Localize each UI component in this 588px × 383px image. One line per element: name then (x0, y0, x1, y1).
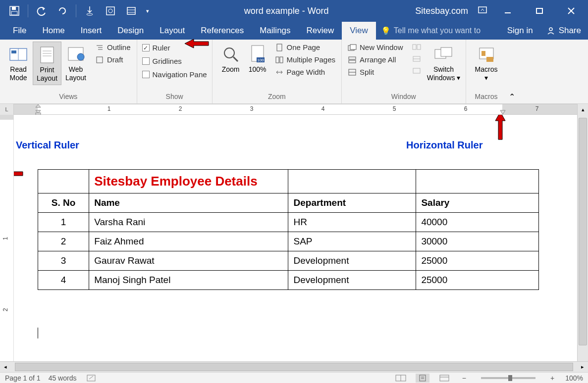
window-title: word example - Word (158, 6, 415, 16)
tab-mailings[interactable]: Mailings (252, 22, 298, 40)
macros-icon (477, 44, 496, 65)
svg-rect-17 (11, 50, 16, 53)
switch-windows-button[interactable]: Switch Windows ▾ (426, 42, 462, 84)
bulb-icon: 💡 (381, 26, 391, 36)
scroll-left-button[interactable]: ◂ (0, 362, 11, 372)
close-button[interactable] (560, 0, 582, 22)
touch-mode-button[interactable] (80, 0, 99, 22)
tab-home[interactable]: Home (34, 22, 72, 40)
zoom-button[interactable]: Zoom (216, 42, 245, 76)
zoom-out-button[interactable]: − (459, 374, 469, 382)
redo-button[interactable] (53, 0, 72, 22)
svg-rect-6 (127, 7, 135, 14)
multiple-pages-button[interactable]: Multiple Pages (273, 54, 337, 65)
tab-view[interactable]: View (342, 22, 376, 40)
horizontal-ruler-row: L 1 2 3 4 5 6 7 ▴ (0, 104, 588, 115)
gridlines-checkbox[interactable]: Gridlines (141, 55, 208, 67)
svg-rect-44 (417, 45, 421, 49)
web-layout-view-button[interactable] (437, 374, 451, 383)
svg-rect-43 (413, 45, 416, 49)
side-by-side-button[interactable] (410, 42, 423, 52)
svg-rect-62 (420, 375, 426, 381)
scrollbar-thumb[interactable] (579, 118, 587, 345)
table-header-dept: Department (288, 193, 416, 213)
read-mode-view-button[interactable] (394, 374, 408, 383)
indent-marker-left-icon[interactable] (35, 103, 42, 115)
draft-button[interactable]: Draft (93, 54, 133, 65)
status-page[interactable]: Page 1 of 1 (5, 374, 41, 382)
tab-review[interactable]: Review (299, 22, 342, 40)
sign-in-button[interactable]: Sign in (501, 22, 539, 40)
qat-customize-button[interactable]: ▾ (143, 0, 153, 22)
macros-button[interactable]: Macros▾ (470, 42, 503, 84)
print-layout-button[interactable]: Print Layout (33, 42, 61, 85)
annotation-vertical-ruler: Vertical Ruler (16, 140, 79, 151)
qat-button-2[interactable] (122, 0, 141, 22)
zoom-icon (221, 44, 241, 65)
tab-layout[interactable]: Layout (152, 22, 193, 40)
svg-rect-18 (41, 47, 53, 63)
split-icon (348, 68, 357, 76)
svg-rect-4 (107, 7, 114, 15)
horizontal-ruler[interactable]: 1 2 3 4 5 6 7 (14, 104, 577, 115)
tab-selector[interactable]: L (0, 104, 14, 115)
multi-page-icon (275, 56, 284, 64)
zoom-100-button[interactable]: 100100% (245, 42, 270, 76)
new-window-button[interactable]: New Window (346, 42, 405, 53)
table-row: 3Gaurav RawatDevelopment25000 (38, 251, 539, 271)
page-width-icon (275, 68, 284, 76)
spelling-icon[interactable] (84, 374, 98, 383)
draft-icon (95, 56, 104, 64)
share-icon (546, 26, 556, 35)
table-row: S. No Name Department Salary (38, 193, 539, 213)
tell-me-search[interactable]: 💡Tell me what you want to (376, 22, 501, 40)
qat-button-1[interactable] (101, 0, 120, 22)
zoom-in-button[interactable]: + (547, 374, 557, 382)
checkbox-checked-icon: ✓ (142, 44, 150, 51)
new-window-icon (348, 44, 357, 51)
outline-button[interactable]: Outline (93, 42, 133, 53)
page-width-button[interactable]: Page Width (273, 66, 337, 78)
collapse-ribbon-button[interactable]: ⌃ (507, 40, 518, 103)
vertical-scrollbar[interactable] (577, 115, 588, 361)
web-layout-button[interactable]: Web Layout (61, 42, 90, 84)
status-words[interactable]: 45 words (49, 374, 77, 382)
scrollbar-thumb[interactable] (15, 363, 573, 371)
undo-button[interactable] (32, 0, 51, 22)
maximize-button[interactable] (529, 0, 550, 22)
vertical-ruler[interactable]: 1 2 (0, 115, 14, 361)
zoom-level[interactable]: 100% (565, 374, 583, 382)
ribbon-display-icon[interactable] (478, 6, 487, 15)
zoom-slider[interactable] (481, 377, 535, 379)
one-page-icon (275, 44, 284, 51)
save-button[interactable] (5, 0, 24, 22)
scroll-right-button[interactable]: ▸ (577, 362, 588, 372)
navigation-pane-checkbox[interactable]: Navigation Pane (141, 68, 208, 81)
read-mode-button[interactable]: Read Mode (4, 42, 33, 84)
annotation-horizontal-ruler: Horizontal Ruler (406, 140, 482, 151)
one-page-button[interactable]: One Page (273, 42, 337, 53)
share-button[interactable]: Share (539, 22, 588, 40)
minimize-button[interactable] (497, 0, 519, 22)
table-row: 2Faiz AhmedSAP30000 (38, 232, 539, 251)
horizontal-scrollbar[interactable]: ◂ ▸ (0, 361, 588, 372)
reset-window-button[interactable] (410, 65, 423, 76)
tab-design[interactable]: Design (109, 22, 152, 40)
svg-marker-28 (185, 39, 209, 48)
svg-rect-52 (486, 57, 493, 62)
arrange-all-button[interactable]: Arrange All (346, 54, 405, 65)
table-row: Sitesbay Employee Details (38, 170, 539, 193)
split-button[interactable]: Split (346, 66, 405, 78)
group-label-macros: Macros (470, 93, 503, 102)
svg-rect-65 (440, 375, 449, 381)
tab-file[interactable]: File (5, 22, 34, 40)
print-layout-icon (37, 44, 57, 66)
tab-references[interactable]: References (193, 22, 252, 40)
document-page[interactable]: Vertical Ruler Horizontal Ruler Sitesbay… (14, 115, 577, 361)
tab-insert[interactable]: Insert (73, 22, 110, 40)
scroll-up-button[interactable]: ▴ (577, 104, 588, 115)
sync-scroll-button[interactable] (410, 53, 423, 64)
svg-point-3 (87, 13, 93, 15)
svg-rect-34 (277, 44, 282, 51)
print-layout-view-button[interactable] (416, 374, 429, 383)
